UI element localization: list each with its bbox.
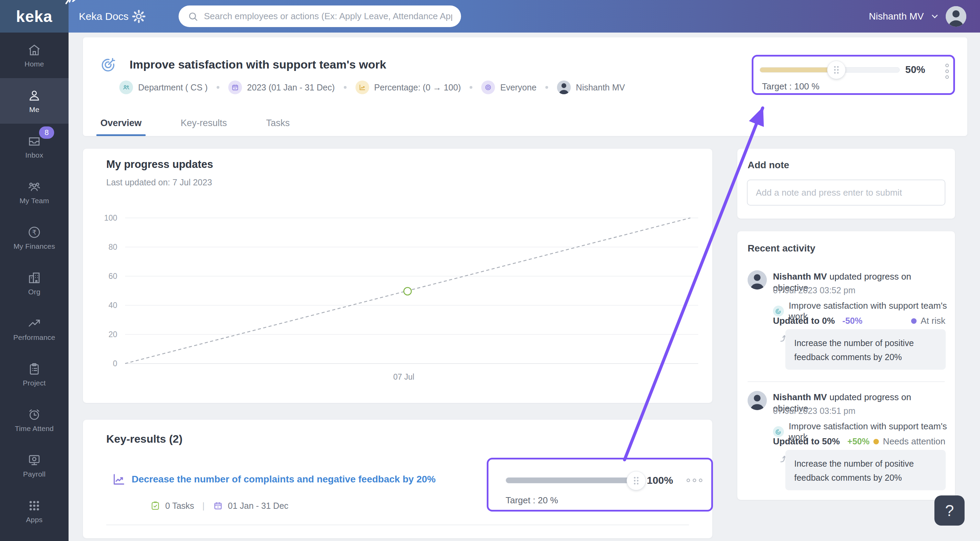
key-result-period: 01 Jan - 31 Dec <box>228 501 289 511</box>
building-icon <box>27 271 41 285</box>
tag-visibility: Everyone <box>481 81 536 94</box>
sidebar-item-inbox[interactable]: 8 Inbox <box>0 124 68 169</box>
objective-progress-highlight: 50% Target : 100 % <box>752 55 955 95</box>
status-dot <box>911 318 916 324</box>
activity-timestamp: 07 Jul 2023 03:52 pm <box>773 286 855 295</box>
tag-period: 2023 (01 Jan - 31 Dec) <box>228 81 335 94</box>
status-label: At risk <box>921 316 945 326</box>
tag-metric: Percentage: (0 → 100) <box>355 81 461 94</box>
sidebar-item-me[interactable]: Me <box>0 78 68 124</box>
sidebar-item-label: Performance <box>13 333 55 341</box>
key-result-progress-value: 100% <box>647 474 673 486</box>
objective-tabs: Overview Key-results Tasks <box>96 118 294 136</box>
sidebar-item-org[interactable]: Org <box>0 260 68 306</box>
trend-icon <box>27 316 41 331</box>
status-dot <box>873 439 879 444</box>
progress-updates-card: My progress updates Last updated on: 7 J… <box>83 149 712 403</box>
kebab-menu-icon[interactable] <box>945 64 949 79</box>
slider-handle[interactable] <box>827 61 846 79</box>
grid-icon <box>27 498 41 513</box>
brand-text: keka <box>16 7 52 26</box>
sidebar-item-performance[interactable]: Performance <box>0 306 68 352</box>
note-input[interactable] <box>747 179 945 206</box>
team-icon <box>27 179 41 194</box>
gear-icon[interactable] <box>131 9 147 24</box>
user-name: Nishanth MV <box>869 11 924 22</box>
key-result-progress-highlight: 100% Target : 20 % <box>487 458 713 511</box>
sidebar-item-my-finances[interactable]: ₹ My Finances <box>0 215 68 260</box>
activity-timestamp: 07 Jul 2023 03:51 pm <box>773 406 855 416</box>
help-button[interactable]: ? <box>934 495 964 525</box>
key-result-progress-slider[interactable] <box>506 477 643 484</box>
divider <box>748 381 945 382</box>
separator-dot <box>546 86 548 89</box>
progress-card-subtitle: Last updated on: 7 Jul 2023 <box>106 178 212 187</box>
y-tick: 0 <box>113 359 117 368</box>
tab-tasks[interactable]: Tasks <box>262 118 294 136</box>
separator-dot <box>344 86 347 89</box>
global-search <box>178 5 461 27</box>
sidebar-item-label: Org <box>28 288 40 296</box>
logo-spark-icon <box>64 0 78 7</box>
chart-icon <box>355 81 369 94</box>
slider-handle[interactable] <box>627 471 646 490</box>
key-result-chart-icon <box>111 472 126 487</box>
objective-tags: Department ( CS ) 2023 (01 Jan - 31 Dec)… <box>119 81 625 94</box>
sidebar-item-label: Payroll <box>23 470 46 478</box>
y-tick: 80 <box>108 243 117 251</box>
calendar-icon <box>213 501 223 511</box>
tab-overview[interactable]: Overview <box>96 118 146 136</box>
search-icon <box>188 11 199 22</box>
objective-target-icon <box>100 56 117 73</box>
separator-dot <box>469 86 473 89</box>
monitor-icon <box>27 453 41 467</box>
divider <box>106 525 689 525</box>
y-tick: 40 <box>108 301 117 310</box>
clipboard-icon <box>27 362 41 376</box>
progress-card-title: My progress updates <box>106 158 213 171</box>
objective-progress-value: 50% <box>905 64 925 75</box>
y-tick: 20 <box>108 330 117 339</box>
sidebar-item-label: Time Attend <box>15 425 54 433</box>
calendar-icon <box>228 81 242 94</box>
sidebar-item-my-team[interactable]: My Team <box>0 169 68 215</box>
user-icon <box>27 89 41 103</box>
tab-key-results[interactable]: Key-results <box>177 118 231 136</box>
people-icon <box>119 81 133 94</box>
sidebar-item-label: My Team <box>19 197 49 205</box>
sidebar-item-apps[interactable]: Apps <box>0 488 68 534</box>
home-icon <box>27 43 41 57</box>
sidebar-item-label: Me <box>29 106 40 114</box>
keka-logo[interactable]: keka <box>0 0 68 33</box>
search-input[interactable] <box>204 11 452 22</box>
rupee-icon: ₹ <box>27 225 41 240</box>
sidebar-item-label: My Finances <box>13 242 55 251</box>
objective-target-label: Target : 100 % <box>762 81 819 92</box>
update-delta: -50% <box>843 316 862 325</box>
recent-activity-heading: Recent activity <box>748 243 816 254</box>
sidebar-item-label: Home <box>25 60 44 68</box>
app-window: keka Keka Docs Nishanth <box>0 0 980 541</box>
tasks-check-icon <box>150 501 161 511</box>
user-menu[interactable]: Nishanth MV <box>869 0 966 33</box>
chevron-down-icon <box>930 12 940 21</box>
sidebar-item-time-attend[interactable]: Time Attend <box>0 397 68 443</box>
activity-user: Nishanth MV <box>773 392 827 402</box>
activity-note: Increase the number of positive feedback… <box>785 329 946 370</box>
inbox-icon <box>27 134 41 148</box>
key-result-target-label: Target : 20 % <box>506 495 558 506</box>
recent-activity-card: Recent activity Nishanth MV updated prog… <box>737 231 955 500</box>
sidebar-item-project[interactable]: Project <box>0 352 68 397</box>
key-result-meta: 0 Tasks | 01 Jan - 31 Dec <box>150 501 288 511</box>
activity-update: Updated to 50%+50% <box>773 436 870 447</box>
key-result-link[interactable]: Decrease the number of complaints and ne… <box>132 474 436 485</box>
top-navbar: keka Keka Docs Nishanth <box>0 0 980 33</box>
user-avatar[interactable] <box>946 6 966 27</box>
objective-progress-slider[interactable] <box>760 67 900 73</box>
meatballs-menu-icon[interactable] <box>687 479 702 482</box>
sidebar-item-payroll[interactable]: Payroll <box>0 443 68 488</box>
sidebar-item-home[interactable]: Home <box>0 33 68 78</box>
left-sidebar: Home Me 8 Inbox My Team ₹ My Finances Or… <box>0 33 68 541</box>
tag-owner: Nishanth MV <box>557 81 625 94</box>
alarm-icon <box>27 408 41 422</box>
